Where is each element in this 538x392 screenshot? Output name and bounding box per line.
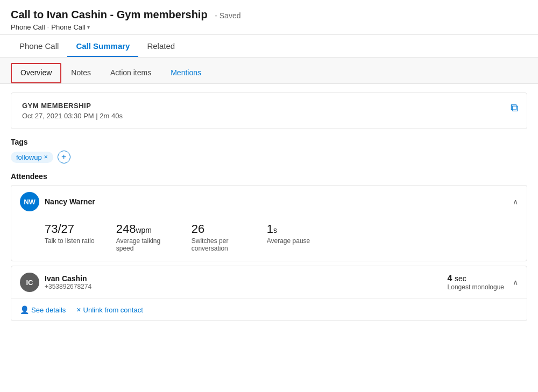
main-tabs: Phone Call Call Summary Related [0, 35, 538, 58]
unlink-contact-button[interactable]: × Unlink from contact [76, 305, 143, 314]
stat-switches: 26 Switches per conversation [192, 222, 245, 252]
breadcrumb: Phone Call · Phone Call ▾ [11, 23, 527, 31]
avatar-ivan: IC [20, 273, 39, 292]
tag-chip-followup: followup × [11, 152, 53, 163]
call-datetime: Oct 27, 2021 03:30 PM | 2m 40s [22, 112, 516, 120]
stat-talking-speed: 248wpm Average talking speed [116, 222, 170, 252]
stat-value-talk-listen: 73/27 [45, 222, 95, 236]
attendee-header-ivan[interactable]: IC Ivan Cashin +353892678274 4 sec Longe… [11, 266, 527, 298]
stat-label-talk-listen: Talk to listen ratio [45, 237, 95, 245]
stats-row-nancy: 73/27 Talk to listen ratio 248wpm Averag… [11, 218, 527, 261]
chevron-up-icon-nancy: ∧ [513, 197, 518, 206]
breadcrumb-chevron-icon: ▾ [87, 24, 90, 30]
monologue-label: Longest monologue [448, 283, 504, 291]
copy-icon: ⧉ [511, 102, 518, 113]
attendees-label: Attendees [11, 172, 527, 181]
tab-phone-call[interactable]: Phone Call [11, 35, 67, 57]
attendee-row-ivan: IC Ivan Cashin +353892678274 4 sec Longe… [11, 266, 527, 321]
stat-talk-listen: 73/27 Talk to listen ratio [45, 222, 95, 252]
tags-label: Tags [11, 138, 527, 146]
tags-row: followup × + [11, 151, 527, 163]
subtab-action-items[interactable]: Action items [101, 63, 161, 83]
page-wrapper: Call to Ivan Cashin - Gym membership - S… [0, 0, 538, 392]
breadcrumb-second-label: Phone Call [51, 23, 86, 31]
see-details-button[interactable]: 👤 See details [20, 305, 66, 314]
stat-unit-s: s [273, 226, 277, 234]
stat-value-switches: 26 [192, 222, 245, 236]
add-tag-icon: + [61, 153, 66, 161]
monologue-value: 4 sec [448, 274, 504, 283]
see-details-icon: 👤 [20, 305, 29, 314]
add-tag-button[interactable]: + [58, 151, 70, 163]
call-name: GYM MEMBERSHIP [22, 102, 516, 110]
tag-remove-followup[interactable]: × [44, 154, 48, 160]
copy-button[interactable]: ⧉ [511, 102, 518, 114]
stat-avg-pause: 1s Average pause [267, 222, 310, 252]
attendee-header-nancy[interactable]: NW Nancy Warner ∧ [11, 186, 527, 218]
monologue-stat: 4 sec Longest monologue [448, 274, 504, 291]
chevron-up-icon-ivan: ∧ [513, 278, 518, 287]
attendee-info-ivan: Ivan Cashin +353892678274 [45, 274, 91, 290]
stat-value-talking-speed: 248wpm [116, 222, 170, 236]
attendee-row-nancy: NW Nancy Warner ∧ 73/27 Talk to listen r… [11, 185, 527, 261]
ivan-right: 4 sec Longest monologue ∧ [448, 274, 518, 291]
stat-label-avg-pause: Average pause [267, 237, 310, 245]
page-title-text: Call to Ivan Cashin - Gym membership [11, 9, 208, 20]
attendee-phone-ivan: +353892678274 [45, 283, 91, 290]
breadcrumb-sep: · [47, 23, 49, 31]
page-header: Call to Ivan Cashin - Gym membership - S… [0, 0, 538, 35]
unlink-label: Unlink from contact [83, 306, 143, 314]
attendee-name-nancy: Nancy Warner [45, 197, 95, 206]
attendee-left-ivan: IC Ivan Cashin +353892678274 [20, 273, 91, 292]
saved-badge: - Saved [215, 11, 240, 20]
page-title: Call to Ivan Cashin - Gym membership - S… [11, 9, 527, 21]
avatar-nancy: NW [20, 192, 39, 211]
breadcrumb-first: Phone Call [11, 23, 45, 31]
attendee-name-ivan: Ivan Cashin [45, 274, 91, 283]
attendee-left-nancy: NW Nancy Warner [20, 192, 95, 211]
sub-tabs: Overview Notes Action items Mentions [0, 58, 538, 84]
collapse-ivan-button[interactable]: ∧ [513, 278, 518, 287]
stat-label-talking-speed: Average talking speed [116, 237, 170, 252]
collapse-nancy-button[interactable]: ∧ [513, 197, 518, 206]
content-area: GYM MEMBERSHIP Oct 27, 2021 03:30 PM | 2… [0, 92, 538, 332]
subtab-mentions[interactable]: Mentions [161, 63, 211, 83]
monologue-unit: sec [455, 274, 466, 283]
stat-label-switches: Switches per conversation [192, 237, 245, 252]
subtab-overview[interactable]: Overview [11, 63, 61, 83]
subtab-notes[interactable]: Notes [61, 63, 101, 83]
stat-unit-wpm: wpm [136, 226, 152, 234]
stat-value-avg-pause: 1s [267, 222, 310, 236]
breadcrumb-phone-call-dropdown[interactable]: Phone Call ▾ [51, 23, 90, 31]
tab-related[interactable]: Related [138, 35, 183, 57]
see-details-label: See details [31, 306, 66, 314]
tab-call-summary[interactable]: Call Summary [67, 35, 138, 57]
attendees-section: Attendees NW Nancy Warner ∧ 73/27 Talk t… [11, 172, 527, 321]
unlink-icon: × [76, 305, 81, 314]
tag-label-followup: followup [16, 153, 42, 161]
actions-row: 👤 See details × Unlink from contact [11, 298, 527, 320]
call-info-card: GYM MEMBERSHIP Oct 27, 2021 03:30 PM | 2… [11, 92, 527, 129]
